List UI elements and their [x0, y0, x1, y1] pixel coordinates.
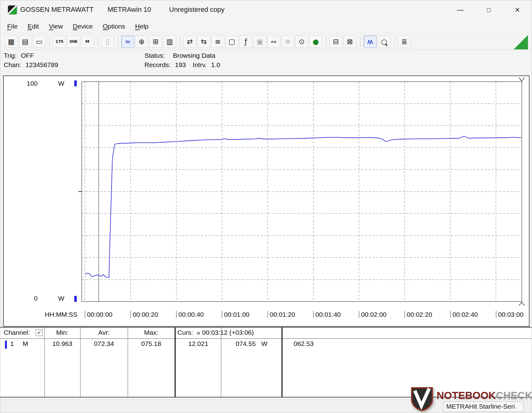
print-icon[interactable]: ⊟ [329, 35, 342, 48]
start-logging-icon[interactable]: ● [309, 35, 322, 48]
bargraph-view-icon[interactable]: ▥ [163, 35, 176, 48]
title-license: Unregistered copy [169, 6, 225, 14]
menu-help[interactable]: Help [130, 20, 154, 32]
table-column-divider [44, 328, 45, 397]
open-icon[interactable]: ▭ [33, 35, 46, 48]
channel-status: Chan:123456789 [4, 61, 58, 69]
notebookcheck-shield-icon [409, 385, 435, 412]
waveform-icon: ≋ [281, 35, 294, 48]
toolbar-separator [394, 36, 395, 47]
device-m-icon[interactable]: M [81, 35, 94, 48]
status-panel: Trig:OFF Chan:123456789 Status:Browsing … [0, 50, 532, 75]
title-brand: GOSSEN METRAWATT [20, 6, 94, 14]
table-header-channel: Channel: [4, 329, 30, 336]
toolbar-separator [360, 36, 361, 47]
scope-view-icon[interactable]: ⊕ [135, 35, 148, 48]
device-175-icon[interactable]: 175 [53, 35, 66, 48]
menu-device[interactable]: Device [68, 20, 98, 32]
notebookcheck-wordmark: NOTEBOOKCHECK [437, 390, 532, 402]
table-column-divider [282, 328, 282, 397]
menu-options[interactable]: Options [98, 20, 130, 32]
zoom-icon[interactable]: ○ [378, 35, 391, 48]
table-view-icon[interactable]: ⊞ [149, 35, 162, 48]
zoom-curve-icon[interactable]: ʍ [364, 35, 377, 48]
device-30k-icon[interactable]: 30K [67, 35, 80, 48]
minimize-icon[interactable]: — [451, 3, 470, 17]
table-column-divider [175, 328, 176, 397]
toolbar-separator [98, 36, 98, 47]
trigger-status: Trig:OFF [4, 52, 34, 59]
toolbar-separator [180, 36, 181, 47]
toolbar-separator [326, 36, 327, 47]
menu-view[interactable]: View [44, 20, 68, 32]
memory-card-icon: ▯ [101, 35, 114, 48]
table-header-max: Max: [128, 329, 175, 336]
cursor1-value: 12.021 [176, 340, 221, 347]
channel-visible-checkbox[interactable]: ✓ [36, 329, 43, 336]
save-as-icon[interactable]: ▤ [19, 35, 32, 48]
table-column-divider [128, 328, 128, 397]
menu-edit[interactable]: Edit [23, 20, 44, 32]
table-column-divider [80, 328, 80, 397]
menu-file[interactable]: File [2, 20, 23, 32]
titlebar: GOSSEN METRAWATT METRAwin 10 Unregistere… [0, 0, 532, 20]
delta-value: 062.53 [294, 340, 314, 347]
chart-plot-area[interactable] [82, 82, 522, 302]
toolbar-separator [49, 36, 50, 47]
app-icon[interactable] [8, 5, 17, 15]
min-value: 10.963 [44, 340, 80, 347]
title-app: METRAwin 10 [108, 6, 151, 14]
maximize-icon[interactable]: □ [479, 3, 498, 17]
device-name: METRAHit Starline-Seri [443, 402, 524, 412]
memory-read-icon: ▣ [253, 35, 266, 48]
toolbar-separator [118, 36, 118, 47]
channel-settings-icon[interactable]: ≡ [211, 35, 224, 48]
corner-triangle-decoration [514, 35, 528, 49]
ad-converter-icon[interactable]: ∾ [267, 35, 280, 48]
records-status: Records:193Intrv.1.0 [144, 61, 220, 69]
print-setup-icon[interactable]: ⊠ [343, 35, 356, 48]
channel-number: 1 [10, 340, 14, 347]
menubar: File Edit View Device Options Help [0, 20, 532, 33]
device-transfer-icon[interactable]: ⇆ [197, 35, 210, 48]
save-icon[interactable]: ▦ [5, 35, 18, 48]
cursor2-value: 074.55W [222, 340, 282, 347]
table-column-divider [221, 328, 221, 397]
channel-row-marker [5, 341, 7, 349]
channel-mode: M [23, 340, 28, 347]
toolbar: ▦ ▤ ▭ 175 30K M ▯ ≈ ⊕ ⊞ ▥ ⇄ ⇆ ≡ ▢ ƒ ▣ ∾ … [0, 33, 532, 50]
export-icon[interactable]: ⇄ [183, 35, 196, 48]
clock-icon[interactable]: ⊙ [295, 35, 308, 48]
monitor-icon[interactable]: ▢ [225, 35, 238, 48]
metrawin-window: GOSSEN METRAWATT METRAwin 10 Unregistere… [0, 0, 532, 413]
function-icon[interactable]: ƒ [239, 35, 252, 48]
table-header-cursor: Curs: » 00:03:12 (+03:06) [177, 329, 254, 336]
browse-status: Status:Browsing Data [144, 52, 215, 59]
avr-value: 072.34 [80, 340, 128, 347]
annotation-icon[interactable]: ≣ [398, 35, 411, 48]
trend-view-icon[interactable]: ≈ [121, 35, 134, 48]
table-header-min: Min: [44, 329, 80, 336]
max-value: 075.18 [128, 340, 175, 347]
table-header-avr: Avr: [80, 329, 128, 336]
close-icon[interactable]: × [508, 3, 527, 17]
